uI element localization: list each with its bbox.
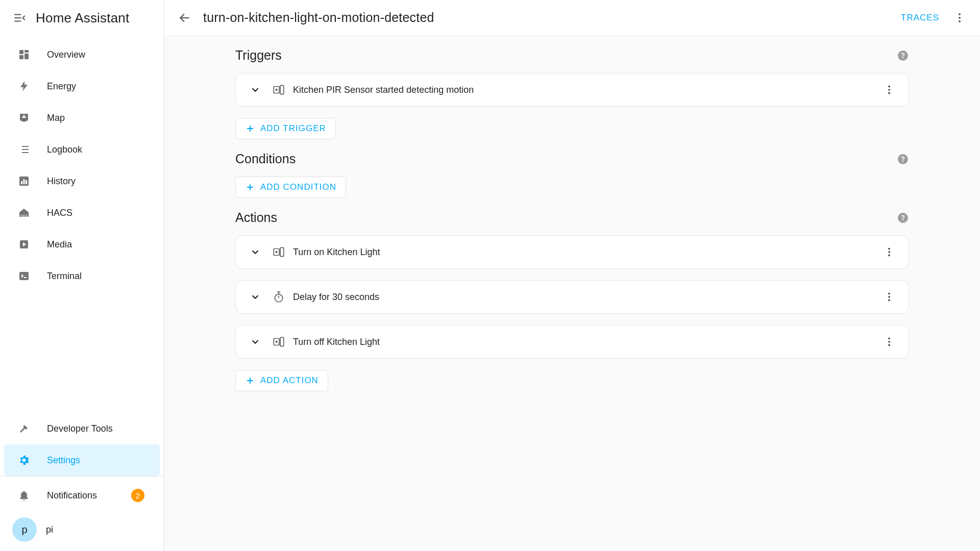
traces-button[interactable]: TRACES xyxy=(895,13,945,23)
svg-point-46 xyxy=(888,248,890,250)
trigger-more-button[interactable] xyxy=(880,81,898,99)
device-icon xyxy=(272,245,286,259)
dots-vertical-icon xyxy=(953,12,966,24)
sidebar-item-history[interactable]: History xyxy=(4,165,160,197)
help-button[interactable] xyxy=(897,49,909,62)
page-more-button[interactable] xyxy=(947,6,972,30)
help-button[interactable] xyxy=(897,212,909,224)
sidebar-item-settings[interactable]: Settings xyxy=(4,444,160,476)
sidebar-item-energy[interactable]: Energy xyxy=(4,70,160,102)
arrow-left-icon xyxy=(178,11,191,24)
sidebar-item-user[interactable]: p pi xyxy=(4,511,160,548)
chevron-down-icon xyxy=(250,84,261,95)
sidebar-item-terminal[interactable]: Terminal xyxy=(4,260,160,292)
dots-vertical-icon xyxy=(884,291,895,303)
action-label: Turn on Kitchen Light xyxy=(293,247,380,258)
svg-point-44 xyxy=(276,252,277,253)
page-title: turn-on-kitchen-light-on-motion-detected xyxy=(203,10,434,25)
svg-point-24 xyxy=(959,13,961,15)
sidebar-item-overview[interactable]: Overview xyxy=(4,39,160,70)
section-title: Conditions xyxy=(235,152,296,166)
expand-toggle[interactable] xyxy=(246,333,264,351)
trigger-card[interactable]: Kitchen PIR Sensor started detecting mot… xyxy=(235,73,909,107)
section-triggers: Triggers Kitchen PIR Sensor started dete… xyxy=(235,48,909,139)
chart-icon xyxy=(15,175,33,187)
sidebar-item-devtools[interactable]: Developer Tools xyxy=(4,413,160,444)
sidebar-item-media[interactable]: Media xyxy=(4,229,160,260)
svg-point-34 xyxy=(888,86,890,88)
notifications-badge: 2 xyxy=(131,489,144,502)
hammer-icon xyxy=(15,422,33,435)
sidebar-item-label: HACS xyxy=(47,208,72,218)
motion-sensor-icon xyxy=(272,83,286,96)
svg-point-25 xyxy=(959,17,961,19)
svg-point-29 xyxy=(276,89,277,91)
svg-point-48 xyxy=(888,255,890,257)
sidebar-item-label: Map xyxy=(47,113,65,123)
action-more-button[interactable] xyxy=(880,243,898,261)
svg-rect-4 xyxy=(24,50,29,53)
sidebar-item-label: Terminal xyxy=(47,271,82,282)
action-more-button[interactable] xyxy=(880,288,898,306)
sidebar-item-label: History xyxy=(47,176,76,187)
bolt-icon xyxy=(15,80,33,92)
svg-rect-58 xyxy=(280,337,284,346)
sidebar-item-notifications[interactable]: Notifications 2 xyxy=(4,480,160,511)
app-title: Home Assistant xyxy=(36,10,129,26)
bell-icon xyxy=(15,489,33,502)
add-condition-label: ADD CONDITION xyxy=(260,182,336,192)
back-button[interactable] xyxy=(173,6,197,30)
collapse-sidebar-button[interactable] xyxy=(7,6,32,30)
add-condition-button[interactable]: ADD CONDITION xyxy=(235,177,346,198)
add-action-button[interactable]: ADD ACTION xyxy=(235,370,328,391)
expand-toggle[interactable] xyxy=(246,81,264,99)
help-button[interactable] xyxy=(897,153,909,165)
svg-point-53 xyxy=(888,293,890,295)
sidebar-item-label: Logbook xyxy=(47,144,82,155)
sidebar-item-hacs[interactable]: HACS HACS xyxy=(4,197,160,229)
plus-icon xyxy=(245,182,255,192)
svg-rect-16 xyxy=(23,179,25,184)
action-card[interactable]: Turn on Kitchen Light xyxy=(235,235,909,269)
hacs-icon: HACS xyxy=(15,207,33,219)
device-icon xyxy=(272,335,286,348)
chevron-down-icon xyxy=(250,336,261,347)
plus-icon xyxy=(245,123,255,134)
action-more-button[interactable] xyxy=(880,333,898,351)
add-trigger-label: ADD TRIGGER xyxy=(260,123,326,134)
add-trigger-button[interactable]: ADD TRIGGER xyxy=(235,118,336,139)
expand-toggle[interactable] xyxy=(246,288,264,306)
sidebar-item-logbook[interactable]: Logbook xyxy=(4,134,160,165)
sidebar-bottom-nav: Developer Tools Settings xyxy=(0,413,164,476)
svg-rect-17 xyxy=(26,180,27,184)
expand-toggle[interactable] xyxy=(246,243,264,261)
sidebar-item-label: Developer Tools xyxy=(47,423,113,434)
main: turn-on-kitchen-light-on-motion-detected… xyxy=(164,0,980,551)
user-name: pi xyxy=(46,524,53,535)
list-icon xyxy=(15,143,33,156)
dots-vertical-icon xyxy=(884,336,895,347)
svg-rect-6 xyxy=(19,55,23,59)
svg-point-54 xyxy=(888,296,890,298)
sidebar-item-label: Overview xyxy=(47,49,85,60)
section-conditions: Conditions ADD CONDITION xyxy=(235,152,909,198)
sidebar-header: Home Assistant xyxy=(0,0,164,36)
svg-text:HACS: HACS xyxy=(20,214,28,217)
terminal-icon xyxy=(15,270,33,282)
plus-icon xyxy=(245,375,255,386)
map-icon xyxy=(15,112,33,124)
timer-icon xyxy=(272,290,286,304)
sidebar-item-map[interactable]: Map xyxy=(4,102,160,134)
svg-point-59 xyxy=(888,338,890,340)
media-icon xyxy=(15,238,33,251)
action-card[interactable]: Turn off Kitchen Light xyxy=(235,325,909,359)
gear-icon xyxy=(15,454,33,466)
chevron-down-icon xyxy=(250,246,261,258)
svg-rect-5 xyxy=(24,54,29,59)
svg-point-57 xyxy=(276,341,277,343)
svg-point-26 xyxy=(959,20,961,22)
sidebar-item-label: Energy xyxy=(47,81,76,92)
content: Triggers Kitchen PIR Sensor started dete… xyxy=(164,36,980,551)
action-card[interactable]: Delay for 30 seconds xyxy=(235,280,909,314)
sidebar-divider xyxy=(0,476,164,477)
